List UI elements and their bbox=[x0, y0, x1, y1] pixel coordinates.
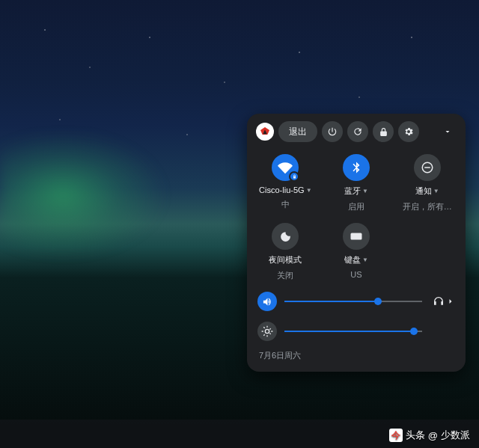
tile-keyboard[interactable]: 键盘▼ US bbox=[321, 223, 392, 281]
bluetooth-toggle[interactable] bbox=[343, 154, 370, 181]
aurora bbox=[0, 135, 210, 284]
chevron-down-icon bbox=[443, 127, 452, 136]
avatar-logo-icon bbox=[259, 126, 271, 138]
tile-wifi[interactable]: Cisco-liu-5G▼ 中 bbox=[250, 154, 321, 212]
tile-notifications[interactable]: 通知▼ 开启，所有… bbox=[391, 154, 463, 212]
wifi-toggle[interactable] bbox=[272, 154, 299, 181]
headphones-icon bbox=[433, 295, 445, 307]
watermark-logo-icon: 今 bbox=[389, 429, 403, 442]
caret-icon: ▼ bbox=[362, 188, 368, 194]
lock-icon bbox=[379, 127, 388, 137]
wifi-lock-badge bbox=[289, 171, 299, 182]
wifi-sub: 中 bbox=[281, 199, 290, 210]
brightness-button[interactable] bbox=[257, 322, 277, 341]
watermark-at: @ bbox=[428, 430, 438, 441]
nightlight-sub: 关闭 bbox=[277, 270, 293, 281]
panel-footer: 7月6日周六 bbox=[247, 343, 466, 372]
watermark-name: 少数派 bbox=[441, 429, 470, 442]
watermark-prefix: 头条 bbox=[406, 429, 425, 442]
bluetooth-sub: 启用 bbox=[348, 201, 364, 212]
settings-button[interactable] bbox=[398, 121, 419, 142]
brightness-slider[interactable] bbox=[284, 331, 422, 332]
keyboard-label: 键盘▼ bbox=[344, 254, 368, 266]
keyboard-toggle[interactable] bbox=[343, 223, 370, 250]
tile-bluetooth[interactable]: 蓝牙▼ 启用 bbox=[321, 154, 392, 212]
power-button[interactable] bbox=[322, 121, 343, 142]
watermark: 今 头条 @ 少数派 bbox=[389, 429, 470, 442]
nightlight-label: 夜间模式 bbox=[269, 254, 302, 266]
sign-out-label: 退出 bbox=[289, 126, 307, 137]
volume-icon bbox=[262, 296, 273, 307]
quick-tiles: Cisco-liu-5G▼ 中 蓝牙▼ 启用 通知▼ 开启，所有… 夜间模式 关… bbox=[247, 147, 466, 286]
wifi-label: Cisco-liu-5G▼ bbox=[259, 185, 311, 194]
brightness-row bbox=[257, 322, 455, 341]
notifications-label: 通知▼ bbox=[415, 185, 439, 197]
nightlight-toggle[interactable] bbox=[272, 223, 299, 250]
dnd-icon bbox=[421, 161, 434, 174]
panel-header: 退出 bbox=[247, 114, 466, 147]
notifications-sub: 开启，所有… bbox=[403, 201, 452, 212]
avatar[interactable] bbox=[256, 123, 274, 141]
volume-button[interactable] bbox=[257, 292, 277, 311]
sign-out-button[interactable]: 退出 bbox=[278, 121, 317, 142]
notifications-toggle[interactable] bbox=[414, 154, 441, 181]
bluetooth-icon bbox=[350, 161, 363, 174]
chevron-right-icon bbox=[446, 297, 455, 306]
restart-button[interactable] bbox=[347, 121, 368, 142]
quick-settings-panel: 退出 Cisco-liu-5G▼ 中 bbox=[247, 114, 466, 372]
caret-icon: ▼ bbox=[362, 257, 368, 263]
caret-icon: ▼ bbox=[433, 188, 439, 194]
restart-icon bbox=[353, 126, 363, 137]
power-icon bbox=[327, 126, 338, 137]
brightness-icon bbox=[261, 325, 273, 337]
volume-row bbox=[257, 292, 455, 311]
date-label: 7月6日周六 bbox=[259, 351, 301, 360]
audio-output-button[interactable] bbox=[430, 295, 455, 307]
collapse-button[interactable] bbox=[437, 121, 458, 142]
caret-icon: ▼ bbox=[306, 187, 312, 194]
keyboard-icon bbox=[350, 230, 363, 243]
sliders bbox=[247, 286, 466, 343]
lock-button[interactable] bbox=[373, 121, 394, 142]
gear-icon bbox=[403, 126, 414, 137]
tile-nightlight[interactable]: 夜间模式 关闭 bbox=[250, 223, 321, 281]
bluetooth-label: 蓝牙▼ bbox=[344, 185, 368, 197]
volume-slider[interactable] bbox=[284, 301, 422, 302]
moon-icon bbox=[279, 230, 292, 243]
keyboard-sub: US bbox=[350, 270, 361, 279]
